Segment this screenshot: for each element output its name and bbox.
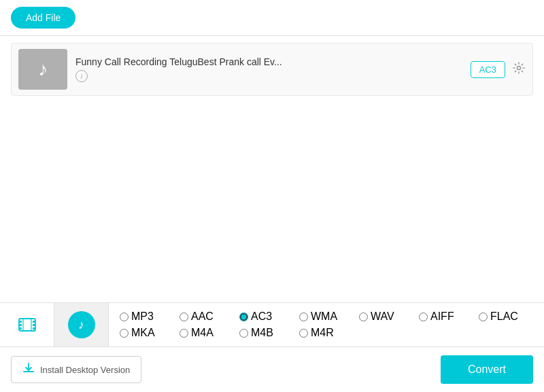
format-option-ac3[interactable]: AC3 [239,310,294,323]
radio-m4a[interactable] [180,329,188,338]
install-label: Install Desktop Version [40,365,130,375]
radio-wma[interactable] [299,313,308,321]
music-note-icon: ♪ [78,318,84,332]
main-content: ♪ Funny Call Recording TeluguBest Prank … [0,36,544,302]
label-aac: AAC [191,310,214,323]
format-tabs: ♪ MP3 AAC AC3 WMA [0,303,544,347]
file-name: Funny Call Recording TeluguBest Prank ca… [75,56,462,67]
svg-rect-4 [19,327,22,329]
radio-aiff[interactable] [419,313,428,321]
file-thumbnail: ♪ [18,49,67,90]
bottom-panel: ♪ MP3 AAC AC3 WMA [0,302,544,392]
file-actions: AC3 [471,61,526,78]
radio-aac[interactable] [180,313,188,321]
radio-flac[interactable] [479,313,488,321]
format-row-1: MP3 AAC AC3 WMA WAV [120,310,533,323]
svg-rect-7 [33,327,35,329]
format-option-m4a[interactable]: M4A [180,327,234,339]
music-thumbnail-icon: ♪ [38,58,48,80]
convert-button[interactable]: Convert [441,355,533,384]
svg-rect-2 [19,321,22,323]
radio-mp3[interactable] [120,313,129,321]
label-mp3: MP3 [131,310,154,323]
label-m4b: M4B [251,327,273,339]
svg-rect-5 [33,321,35,323]
label-m4r: M4R [311,327,334,339]
radio-m4r[interactable] [299,329,308,338]
bottom-bar: Install Desktop Version Convert [0,347,544,392]
format-option-aac[interactable]: AAC [180,310,234,323]
radio-mka[interactable] [120,329,129,338]
svg-point-0 [517,66,521,69]
radio-m4b[interactable] [239,329,248,338]
label-mka: MKA [131,327,155,339]
svg-rect-6 [33,324,35,326]
format-option-mp3[interactable]: MP3 [120,310,174,323]
format-option-m4b[interactable]: M4B [239,327,294,339]
format-option-m4r[interactable]: M4R [299,327,354,339]
format-badge-button[interactable]: AC3 [471,61,505,78]
film-icon [18,315,37,334]
format-option-wav[interactable]: WAV [359,310,413,323]
download-icon [22,362,35,377]
tab-audio[interactable]: ♪ [54,303,109,346]
install-desktop-button[interactable]: Install Desktop Version [11,356,141,383]
radio-ac3[interactable] [239,313,248,321]
format-option-mka[interactable]: MKA [120,327,174,339]
settings-icon[interactable] [512,61,526,78]
format-option-wma[interactable]: WMA [299,310,354,323]
label-flac: FLAC [490,310,518,323]
info-icon[interactable]: i [75,70,88,82]
label-wav: WAV [371,310,394,323]
tab-video[interactable] [0,303,54,346]
label-wma: WMA [311,310,337,323]
label-aiff: AIFF [430,310,454,323]
format-option-flac[interactable]: FLAC [479,310,533,323]
add-file-button[interactable]: Add File [11,7,75,29]
svg-rect-3 [19,324,22,326]
radio-wav[interactable] [359,313,368,321]
format-row-2: MKA M4A M4B M4R [120,327,533,339]
format-option-aiff[interactable]: AIFF [419,310,473,323]
toolbar: Add File [0,0,544,36]
music-tab-icon: ♪ [68,311,95,338]
file-info: Funny Call Recording TeluguBest Prank ca… [75,56,462,82]
label-ac3: AC3 [251,310,272,323]
file-item: ♪ Funny Call Recording TeluguBest Prank … [11,43,533,96]
format-options: MP3 AAC AC3 WMA WAV [109,303,544,346]
label-m4a: M4A [191,327,214,339]
